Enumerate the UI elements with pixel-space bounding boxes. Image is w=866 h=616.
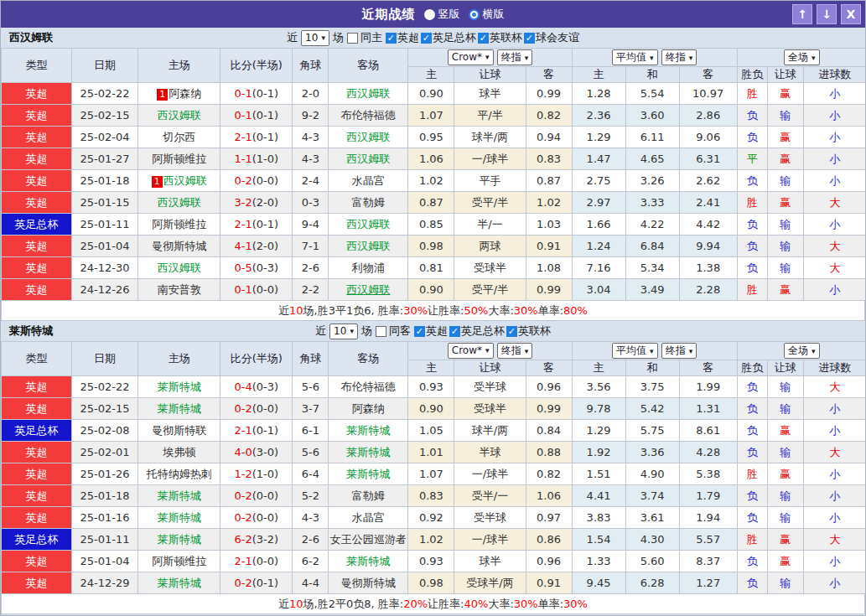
scope-select[interactable]: 全场▾ xyxy=(784,49,820,65)
checkbox-checked-icon[interactable]: ✓ xyxy=(449,326,460,337)
home-team-name[interactable]: 莱斯特城 xyxy=(158,489,201,502)
league-label: 英联杯 xyxy=(518,324,551,339)
radio-selected-icon[interactable] xyxy=(469,9,480,20)
league-label: 英足总杯 xyxy=(433,30,476,45)
odds-away: 1.03 xyxy=(526,214,572,236)
home-team-name[interactable]: 莱斯特城 xyxy=(158,577,201,589)
avg-away: 2.86 xyxy=(679,105,737,127)
league-filter-checkbox[interactable]: ✓英超 xyxy=(386,30,419,45)
close-button[interactable]: X xyxy=(841,4,861,24)
bookmaker-select[interactable]: Crow*▾ xyxy=(448,343,494,359)
league-filter-checkbox[interactable]: ✓英联杯 xyxy=(506,324,551,339)
home-team-cell: 阿斯顿维拉 xyxy=(138,214,220,236)
away-team-name[interactable]: 西汉姆联 xyxy=(346,131,390,143)
corner-count: 2-6 xyxy=(293,257,329,279)
avg-draw: 6.11 xyxy=(625,127,679,148)
same-away-checkbox[interactable]: 同客 xyxy=(376,324,411,339)
result-handicap: 输 xyxy=(767,572,803,594)
move-up-button[interactable]: ↑ xyxy=(792,4,812,24)
league-filter-checkbox[interactable]: ✓英联杯 xyxy=(478,30,522,45)
match-type-badge: 英超 xyxy=(2,551,72,572)
home-team-name: 切尔西 xyxy=(163,131,195,143)
final-odds-select[interactable]: 终指▾ xyxy=(497,343,533,359)
home-team-name[interactable]: 西汉姆联 xyxy=(158,109,201,122)
away-team-name[interactable]: 莱斯特城 xyxy=(346,555,390,567)
average-select[interactable]: 平均值▾ xyxy=(612,343,658,359)
league-filter-checkbox[interactable]: ✓英足总杯 xyxy=(449,324,505,339)
away-team-name[interactable]: 莱斯特城 xyxy=(346,468,390,480)
league-filter-checkbox[interactable]: ✓英足总杯 xyxy=(421,30,476,45)
final-odds-select[interactable]: 终指▾ xyxy=(497,49,533,65)
match-type-badge: 英超 xyxy=(2,279,72,301)
home-team-name[interactable]: 西汉姆联 xyxy=(163,174,207,187)
avg-away: 9.94 xyxy=(679,236,737,257)
bookmaker-select[interactable]: Crow*▾ xyxy=(448,49,494,65)
layout-horizontal-radio[interactable]: 横版 xyxy=(469,7,505,22)
result-win-loss: 负 xyxy=(737,170,767,192)
chevron-down-icon: ▾ xyxy=(485,346,490,355)
same-home-checkbox[interactable]: 同主 xyxy=(347,30,382,45)
home-team-name[interactable]: 莱斯特城 xyxy=(158,533,201,546)
home-team-cell: 西汉姆联 xyxy=(138,105,220,127)
away-team-name[interactable]: 莱斯特城 xyxy=(346,446,390,458)
move-down-button[interactable]: ↓ xyxy=(817,4,837,24)
average-select[interactable]: 平均值▾ xyxy=(612,49,658,65)
result-win-loss: 负 xyxy=(737,420,767,442)
home-team-name[interactable]: 西汉姆联 xyxy=(158,196,201,209)
avg-draw: 5.34 xyxy=(625,257,679,279)
avg-away: 2.62 xyxy=(679,170,737,192)
match-count-select[interactable]: 10▾ xyxy=(329,324,358,339)
result-win-loss: 负 xyxy=(737,236,767,257)
home-team-name[interactable]: 莱斯特城 xyxy=(158,511,201,524)
checkbox-checked-icon[interactable]: ✓ xyxy=(524,33,535,44)
match-count-select[interactable]: 10▾ xyxy=(301,30,329,46)
col-date: 日期 xyxy=(72,342,138,376)
chevron-down-icon: ▾ xyxy=(350,327,354,335)
fulltime-score: 2-1 xyxy=(234,424,252,437)
match-row: 英超24-12-29莱斯特城0-2(0-1)4-4曼彻斯特城0.98受球半/两0… xyxy=(2,572,866,594)
away-team-name: 曼彻斯特城 xyxy=(341,577,396,589)
avg-draw: 3.33 xyxy=(625,192,679,214)
summary-segment: 30% xyxy=(514,598,538,610)
home-team-cell: 埃弗顿 xyxy=(138,442,220,463)
avg-home: 2.97 xyxy=(572,192,625,214)
away-team-name[interactable]: 西汉姆联 xyxy=(346,283,390,296)
league-label: 英联杯 xyxy=(490,30,522,45)
col-odds-home: 主 xyxy=(408,67,454,83)
away-team-cell: 女王公园巡游者 xyxy=(329,529,408,551)
checkbox-checked-icon[interactable]: ✓ xyxy=(478,33,489,44)
odds-home: 0.93 xyxy=(408,551,454,572)
checkbox-checked-icon[interactable]: ✓ xyxy=(506,326,517,337)
checkbox-checked-icon[interactable]: ✓ xyxy=(421,33,432,44)
home-team-name: 阿斯顿维拉 xyxy=(152,555,206,567)
away-team-name[interactable]: 西汉姆联 xyxy=(346,153,390,165)
away-team-name[interactable]: 莱斯特城 xyxy=(346,424,390,437)
scope-select[interactable]: 全场▾ xyxy=(784,343,820,359)
away-team-name[interactable]: 西汉姆联 xyxy=(346,240,390,252)
away-team-name: 水晶宫 xyxy=(352,174,385,187)
away-team-name[interactable]: 西汉姆联 xyxy=(346,218,390,230)
checkbox-unchecked-icon[interactable] xyxy=(376,326,386,337)
result-handicap: 赢 xyxy=(767,83,803,105)
summary-segment: 10 xyxy=(289,598,303,610)
checkbox-unchecked-icon[interactable] xyxy=(347,33,358,44)
col-avg-home: 主 xyxy=(572,67,625,83)
league-filter-checkbox[interactable]: ✓球会友谊 xyxy=(524,30,579,45)
final-odds-select[interactable]: 终指▾ xyxy=(661,49,697,65)
checkbox-checked-icon[interactable]: ✓ xyxy=(386,33,397,44)
radio-unselected-icon[interactable] xyxy=(424,9,435,20)
result-handicap: 输 xyxy=(767,376,803,398)
league-filter-checkbox[interactable]: ✓英超 xyxy=(414,324,448,339)
match-type-badge: 英超 xyxy=(2,236,72,257)
home-team-name[interactable]: 莱斯特城 xyxy=(158,380,201,393)
odds-away: 0.86 xyxy=(526,529,572,551)
layout-vertical-radio[interactable]: 竖版 xyxy=(424,7,460,22)
home-team-name[interactable]: 西汉姆联 xyxy=(158,261,201,274)
checkbox-checked-icon[interactable]: ✓ xyxy=(414,326,425,337)
odds-away: 0.91 xyxy=(526,236,572,257)
home-team-name[interactable]: 莱斯特城 xyxy=(158,402,201,415)
away-team-name[interactable]: 西汉姆联 xyxy=(346,87,390,100)
result-win-loss: 负 xyxy=(737,442,767,463)
away-team-name: 女王公园巡游者 xyxy=(330,533,407,546)
final-odds-select[interactable]: 终指▾ xyxy=(661,343,697,359)
